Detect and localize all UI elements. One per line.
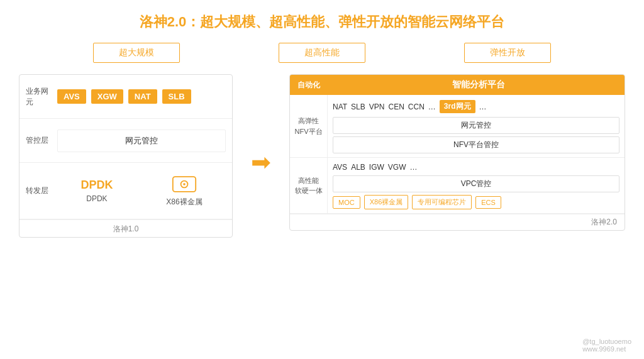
perf-label: 高性能 软硬一体 [290,158,328,213]
left-caption: 洛神1.0 [19,219,232,237]
xgw-tag: XGW [91,89,123,104]
business-label: 业务网元 [26,86,52,108]
main-container: 洛神2.0：超大规模、超高性能、弹性开放的智能云网络平台 超大规模 超高性能 弹… [0,0,644,359]
moc-tag: MOC [333,196,360,209]
elastic-label: 高弹性 NFV平台 [290,95,328,157]
cen-plain: CEN [388,102,404,111]
network-control-right: 网元管控 [333,117,619,134]
avs-tag: AVS [57,89,86,104]
ecs-tag: ECS [475,196,501,209]
right-caption: 洛神2.0 [290,214,625,230]
network-control: 网元管控 [57,130,226,152]
dpdk-box: DPDK DPDK [80,179,113,203]
elastic-section: 高弹性 NFV平台 NAT SLB VPN CEN CCN … 3rd网元 … … [290,95,625,158]
perf-text: 高性能 [298,175,319,186]
business-tags: AVS XGW NAT SLB [57,89,226,104]
nat-plain: NAT [333,102,347,111]
perf-tags-line: AVS ALB IGW VGW … [333,162,619,173]
dpdk-small-label: DPDK [86,194,107,203]
forward-content: DPDK DPDK [57,174,226,207]
vpn-plain: VPN [369,102,385,111]
fpga-tag: 专用可编程芯片 [412,195,472,209]
eye-icon [170,174,198,194]
x86-label: X86裸金属 [166,197,202,207]
auto-title: 智能分析平台 [340,79,617,91]
ccn-plain: CCN [408,102,425,111]
control-label: 管控层 [26,135,52,146]
tag-chao-gao: 超高性能 [279,43,365,63]
control-row: 管控层 网元管控 [19,119,232,163]
auto-label: 自动化 [297,80,335,91]
auto-bar: 自动化 智能分析平台 [290,75,625,95]
dots1-plain: … [428,102,436,111]
right-diagram: 自动化 智能分析平台 高弹性 NFV平台 NAT SLB VPN CEN CCN [289,74,625,231]
forward-label: 转发层 [26,185,52,196]
arrow-icon: ➡ [251,148,271,176]
dpdk-x86-row: DPDK DPDK [57,174,226,207]
slb-plain: SLB [351,102,365,111]
tag-tan-xing: 弹性开放 [464,43,551,63]
more-plain: … [479,102,487,111]
main-title: 洛神2.0：超大规模、超高性能、弹性开放的智能云网络平台 [140,14,505,30]
avs-right: AVS [333,163,347,172]
arrow-container: ➡ [245,136,277,176]
x86-box: X86裸金属 [166,174,202,207]
business-row: 业务网元 AVS XGW NAT SLB [19,75,232,119]
elastic-tags-line: NAT SLB VPN CEN CCN … 3rd网元 … [333,99,619,114]
igw-right: IGW [369,163,384,172]
x86-bare: X86裸金属 [364,195,409,209]
slb-tag: SLB [162,89,191,104]
content-row: 业务网元 AVS XGW NAT SLB 管控层 网元管控 转发层 [19,74,625,238]
title-row: 洛神2.0：超大规模、超高性能、弹性开放的智能云网络平台 [19,13,625,31]
nat-tag: NAT [128,89,157,104]
nfv-text: NFV平台 [295,126,323,137]
elastic-text: 高弹性 [298,116,319,126]
control-content: 网元管控 [57,130,226,152]
alb-right: ALB [351,163,365,172]
left-diagram: 业务网元 AVS XGW NAT SLB 管控层 网元管控 转发层 [19,74,233,238]
watermark: @tg_luotuoemowww.9969.net [582,338,631,353]
bottom-tag-row: MOC X86裸金属 专用可编程芯片 ECS [333,195,619,209]
vpc-control: VPC管控 [333,175,619,192]
tag-chao-da: 超大规模 [93,43,180,63]
vgw-right: VGW [388,163,406,172]
perf-section: 高性能 软硬一体 AVS ALB IGW VGW … VPC管控 MOC X86… [290,158,625,214]
perf-content: AVS ALB IGW VGW … VPC管控 MOC X86裸金属 专用可编程… [328,158,625,213]
soft-hard-text: 软硬一体 [295,185,323,196]
svg-point-2 [183,183,186,185]
dots2-plain: … [409,163,417,172]
third-tag: 3rd网元 [440,100,475,113]
forward-row: 转发层 DPDK DPDK [19,163,232,219]
tag-row: 超大规模 超高性能 弹性开放 [19,43,625,63]
nfv-control: NFV平台管控 [333,136,619,153]
dpdk-big-label: DPDK [80,179,113,192]
elastic-content: NAT SLB VPN CEN CCN … 3rd网元 … 网元管控 NFV平台… [328,95,625,157]
